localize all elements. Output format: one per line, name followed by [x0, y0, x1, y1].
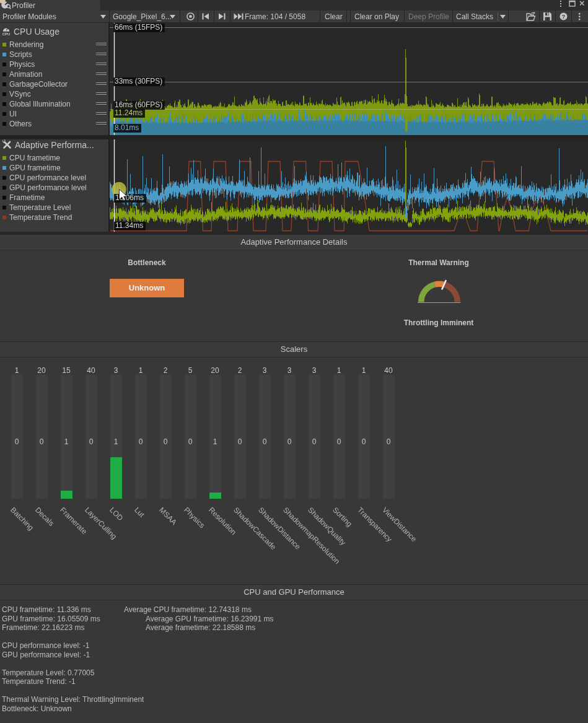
svg-text:?: ?	[562, 13, 566, 20]
svg-text:CPU: CPU	[2, 32, 11, 36]
